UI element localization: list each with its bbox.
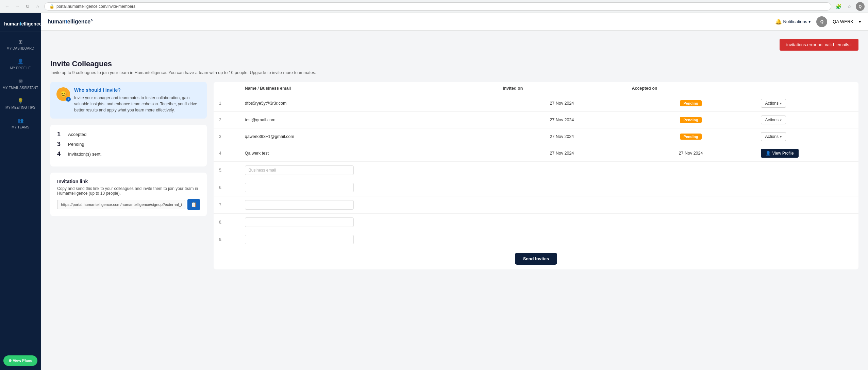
pending-badge: Pending <box>680 117 701 123</box>
row-num: 4 <box>219 151 221 156</box>
chevron-down-icon: ▾ <box>780 102 782 105</box>
table-row: 6. <box>214 179 858 196</box>
th-accepted-on: Accepted on <box>626 82 755 95</box>
sidebar-item-label: MY MEETING TIPS <box>5 106 35 109</box>
sidebar-item-dashboard[interactable]: ⊞ MY DASHBOARD <box>0 35 41 54</box>
sidebar-item-email[interactable]: ✉ MY EMAIL ASSISTANT <box>0 74 41 94</box>
address-bar: 🔒 portal.humantelligence.com/invite-memb… <box>44 2 831 11</box>
user-chevron: ▾ <box>859 19 861 24</box>
row-num: 9. <box>219 237 222 242</box>
profile-icon: 👤 <box>17 58 24 65</box>
sidebar-item-profile[interactable]: 👤 MY PROFILE <box>0 54 41 74</box>
cell-actions: 👤 View Profile <box>755 145 858 162</box>
browser-chrome: ← → ↻ ⌂ 🔒 portal.humantelligence.com/inv… <box>0 0 868 13</box>
stats-box: 1 Accepted 3 Pending 4 Invitation(s) sen… <box>50 125 207 166</box>
sidebar-item-label: MY TEAMS <box>12 125 29 129</box>
invite-table: Name / Business email Invited on Accepte… <box>214 82 858 248</box>
dashboard-icon: ⊞ <box>18 39 23 45</box>
plus-badge: + <box>66 97 71 102</box>
row-num: 5. <box>219 168 222 173</box>
who-invite-desc: Invite your manager and teammates to fos… <box>74 95 201 113</box>
cell-email: test@gmail.com <box>239 112 497 128</box>
row-num: 6. <box>219 185 222 190</box>
email-input-7[interactable] <box>245 200 354 210</box>
sent-stat: 4 Invitation(s) sent. <box>57 151 200 158</box>
send-invites-button[interactable]: Send Invites <box>515 253 557 265</box>
email-icon: ✉ <box>18 78 23 84</box>
info-card: 😊 + Who should I invite? Invite your man… <box>50 82 207 269</box>
cell-email: dfbs5rye5y@3r3r.com <box>239 95 497 112</box>
view-profile-button[interactable]: 👤 View Profile <box>761 149 799 158</box>
view-profile-label: View Profile <box>772 151 794 156</box>
teams-icon: 👥 <box>17 118 24 124</box>
row-num: 1 <box>219 101 221 106</box>
reload-button[interactable]: ↻ <box>24 3 31 10</box>
email-input-6[interactable] <box>245 183 354 192</box>
app-shell: humantelligence° ⊞ MY DASHBOARD 👤 MY PRO… <box>0 13 868 370</box>
lock-icon: 🔒 <box>49 4 54 9</box>
top-header: humantelligence° 🔔 Notifications ▾ Q QA … <box>41 13 868 31</box>
meeting-icon: 💡 <box>17 98 24 104</box>
bell-icon: 🔔 <box>775 18 782 25</box>
cell-empty <box>755 196 858 214</box>
sidebar-nav: ⊞ MY DASHBOARD 👤 MY PROFILE ✉ MY EMAIL A… <box>0 35 41 351</box>
row-num: 8. <box>219 220 222 225</box>
bookmark-button[interactable]: ☆ <box>845 2 854 11</box>
forward-button[interactable]: → <box>14 3 21 10</box>
extensions-button[interactable]: 🧩 <box>834 2 843 11</box>
cell-email: Qa werk test <box>239 145 497 162</box>
notifications-button[interactable]: 🔔 Notifications ▾ <box>775 18 811 25</box>
browser-avatar: Q <box>856 2 865 11</box>
actions-button[interactable]: Actions ▾ <box>761 132 786 141</box>
table-row: 7. <box>214 196 858 214</box>
email-input-9[interactable] <box>245 235 354 244</box>
email-input-8[interactable] <box>245 217 354 227</box>
row-num: 7. <box>219 202 222 207</box>
actions-label: Actions <box>765 134 779 139</box>
user-name[interactable]: QA WERK <box>833 19 853 24</box>
error-banner: invitations.error.no_valid_emails.t <box>780 39 858 51</box>
notifications-chevron: ▾ <box>808 19 811 24</box>
pending-count: 3 <box>57 141 65 148</box>
accepted-stat: 1 Accepted <box>57 131 200 138</box>
who-invite-icon: 😊 + <box>56 87 70 101</box>
accepted-label: Accepted <box>68 132 86 137</box>
top-header-logo: humantelligence° <box>48 19 93 25</box>
accepted-count: 1 <box>57 131 65 138</box>
sidebar-item-teams[interactable]: 👥 MY TEAMS <box>0 113 41 133</box>
pending-label: Pending <box>68 142 84 147</box>
invitation-link-section: Invitation link Copy and send this link … <box>50 173 207 216</box>
inv-link-row: 📋 <box>57 199 200 210</box>
profile-button[interactable]: Q <box>856 2 865 11</box>
content-area: invitations.error.no_valid_emails.t Invi… <box>41 31 868 370</box>
cell-accepted: Pending <box>626 128 755 145</box>
pending-badge: Pending <box>680 100 701 106</box>
cell-invited: 27 Nov 2024 <box>497 112 626 128</box>
table-row: 8. <box>214 214 858 231</box>
invitation-link-input[interactable] <box>57 200 185 209</box>
cell-actions: Actions ▾ <box>755 112 858 128</box>
browser-actions: 🧩 ☆ Q <box>834 2 865 11</box>
user-avatar[interactable]: Q <box>816 16 827 27</box>
email-input-5[interactable] <box>245 165 354 175</box>
actions-label: Actions <box>765 101 779 106</box>
copy-link-button[interactable]: 📋 <box>187 199 200 210</box>
actions-button[interactable]: Actions ▾ <box>761 116 786 124</box>
th-name-email: Name / Business email <box>239 82 497 95</box>
cell-empty <box>755 179 858 196</box>
back-button[interactable]: ← <box>3 3 11 10</box>
sidebar-item-meeting[interactable]: 💡 MY MEETING TIPS <box>0 94 41 113</box>
table-row: 9. <box>214 231 858 248</box>
who-invite-box: 😊 + Who should I invite? Invite your man… <box>50 82 207 119</box>
view-plans-button[interactable]: ⊕ View Plans <box>3 355 37 366</box>
inv-link-desc: Copy and send this link to your colleagu… <box>57 186 200 196</box>
top-header-right: 🔔 Notifications ▾ Q QA WERK ▾ <box>775 16 862 27</box>
home-button[interactable]: ⌂ <box>34 3 41 10</box>
actions-button[interactable]: Actions ▾ <box>761 99 786 108</box>
cell-email-input <box>239 196 755 214</box>
cell-email: qawerk393+1@gmail.com <box>239 128 497 145</box>
sent-label: Invitation(s) sent. <box>68 152 102 157</box>
pending-badge: Pending <box>680 134 701 140</box>
who-invite-content: Who should I invite? Invite your manager… <box>74 87 201 113</box>
row-num: 3 <box>219 134 221 139</box>
